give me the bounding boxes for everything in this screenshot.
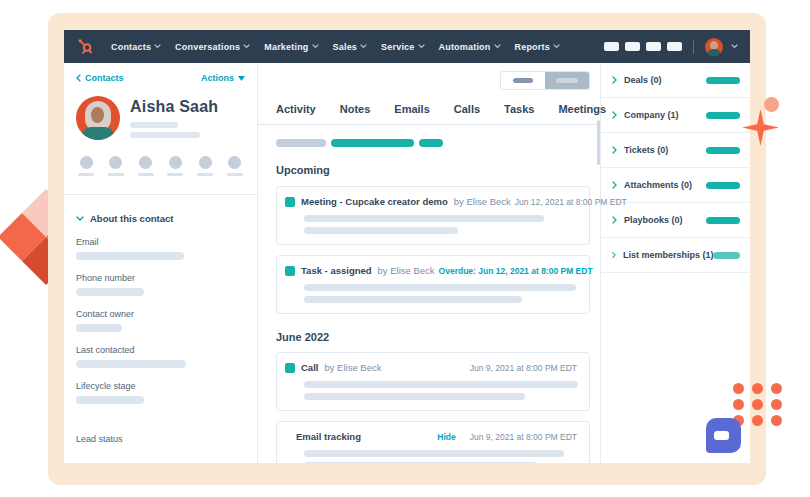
chevron-down-icon xyxy=(76,216,84,221)
nav-item-automation[interactable]: Automation xyxy=(439,42,501,52)
assoc-value-placeholder xyxy=(706,77,740,84)
tab-meetings[interactable]: Meetings xyxy=(558,103,606,115)
chat-bubble-icon xyxy=(714,431,729,440)
top-nav: Contacts Conversations Marketing Sales xyxy=(64,30,750,63)
quick-action-placeholder[interactable] xyxy=(167,156,183,176)
hide-link[interactable]: Hide xyxy=(437,432,455,442)
toggle-label-placeholder xyxy=(513,78,533,83)
action-icon xyxy=(80,156,93,169)
nav-item-service[interactable]: Service xyxy=(381,42,424,52)
chat-widget-button[interactable] xyxy=(706,418,741,453)
about-heading: About this contact xyxy=(90,213,173,224)
field-label: Email xyxy=(76,237,245,247)
avatar-graphic xyxy=(91,107,104,123)
toggle-option-left[interactable] xyxy=(501,72,545,89)
nav-item-label: Conversations xyxy=(175,42,240,52)
assoc-value-placeholder xyxy=(706,147,740,154)
nav-item-label: Automation xyxy=(439,42,491,52)
activity-card-meeting: Meeting - Cupcake creator demo by Elise … xyxy=(276,186,590,245)
field-label: Last contacted xyxy=(76,345,245,355)
tab-activity[interactable]: Activity xyxy=(276,103,316,115)
nav-menu: Contacts Conversations Marketing Sales xyxy=(111,42,560,52)
filter-pill-placeholder xyxy=(276,139,326,147)
timeline-tabs: Activity Notes Emails Calls Tasks Meetin… xyxy=(258,103,600,125)
back-to-contacts-link[interactable]: Contacts xyxy=(76,73,124,83)
view-toggle-row xyxy=(276,71,590,90)
nav-item-sales[interactable]: Sales xyxy=(333,42,368,52)
quick-actions-row xyxy=(78,156,243,176)
tab-notes[interactable]: Notes xyxy=(340,103,371,115)
chevron-down-icon xyxy=(494,44,501,49)
activity-card-task: Task - assigned by Elise Beck Overdue: J… xyxy=(276,255,590,314)
chevron-down-icon[interactable] xyxy=(731,44,738,49)
assoc-label: Tickets (0) xyxy=(624,145,668,155)
actions-dropdown-button[interactable]: Actions xyxy=(201,73,245,83)
assoc-section-list-memberships[interactable]: List memberships (1) xyxy=(601,238,750,273)
view-toggle xyxy=(500,71,590,90)
nav-item-conversations[interactable]: Conversations xyxy=(175,42,250,52)
action-label-placeholder xyxy=(197,173,213,176)
quick-action-placeholder[interactable] xyxy=(197,156,213,176)
nav-item-marketing[interactable]: Marketing xyxy=(264,42,318,52)
text-placeholder xyxy=(304,450,564,457)
dot xyxy=(771,383,782,394)
hubspot-sprocket-icon[interactable] xyxy=(76,37,95,56)
nav-item-label: Reports xyxy=(515,42,550,52)
nav-utilities xyxy=(604,38,738,56)
card-title: Meeting - Cupcake creator demo xyxy=(301,196,448,207)
field-phone: Phone number xyxy=(76,273,245,296)
nav-item-label: Service xyxy=(381,42,414,52)
chevron-down-icon xyxy=(312,44,319,49)
tab-calls[interactable]: Calls xyxy=(454,103,480,115)
associations-sidebar: Deals (0) Company (1) Tickets (0) xyxy=(600,63,750,463)
text-placeholder xyxy=(304,296,522,303)
activity-timeline: Activity Notes Emails Calls Tasks Meetin… xyxy=(258,63,600,463)
call-icon xyxy=(285,363,295,373)
text-placeholder xyxy=(304,227,458,234)
card-title: Email tracking xyxy=(296,431,361,442)
quick-action-placeholder[interactable] xyxy=(227,156,243,176)
assoc-label: Attachments (0) xyxy=(624,180,692,190)
field-value-placeholder xyxy=(76,396,144,404)
scrollbar-thumb[interactable] xyxy=(597,120,600,165)
nav-icon-placeholder[interactable] xyxy=(646,42,661,51)
assoc-section-company[interactable]: Company (1) xyxy=(601,98,750,133)
dots-grid-decoration xyxy=(733,383,782,426)
card-title: Call xyxy=(301,362,318,373)
filter-pill-placeholder xyxy=(331,139,414,147)
field-owner: Contact owner xyxy=(76,309,245,332)
caret-down-icon xyxy=(238,76,245,81)
field-value-placeholder xyxy=(76,288,144,296)
field-lifecycle: Lifecycle stage xyxy=(76,381,245,404)
contact-name: Aisha Saah xyxy=(130,98,218,116)
card-header: Email tracking Hide Jun 9, 2021 at 8:00 … xyxy=(285,431,577,442)
action-icon xyxy=(199,156,212,169)
assoc-value-placeholder xyxy=(706,217,740,224)
timeline-section-heading: Upcoming xyxy=(276,164,590,176)
nav-item-reports[interactable]: Reports xyxy=(515,42,560,52)
assoc-label: Playbooks (0) xyxy=(624,215,683,225)
toggle-option-right[interactable] xyxy=(545,72,589,89)
filter-pill-placeholder xyxy=(419,139,443,147)
dot xyxy=(771,415,782,426)
actions-label: Actions xyxy=(201,73,234,83)
tab-tasks[interactable]: Tasks xyxy=(504,103,534,115)
about-contact-toggle[interactable]: About this contact xyxy=(76,213,245,224)
quick-action-placeholder[interactable] xyxy=(108,156,124,176)
field-lead-status: Lead status xyxy=(76,434,245,444)
assoc-section-tickets[interactable]: Tickets (0) xyxy=(601,133,750,168)
nav-item-contacts[interactable]: Contacts xyxy=(111,42,161,52)
quick-action-placeholder[interactable] xyxy=(138,156,154,176)
field-last-contacted: Last contacted xyxy=(76,345,245,368)
tab-emails[interactable]: Emails xyxy=(394,103,429,115)
contact-avatar xyxy=(76,96,120,140)
assoc-section-deals[interactable]: Deals (0) xyxy=(601,63,750,98)
nav-icon-placeholder[interactable] xyxy=(625,42,640,51)
nav-item-label: Contacts xyxy=(111,42,151,52)
assoc-section-playbooks[interactable]: Playbooks (0) xyxy=(601,203,750,238)
nav-icon-placeholder[interactable] xyxy=(604,42,619,51)
quick-action-placeholder[interactable] xyxy=(78,156,94,176)
field-label: Lifecycle stage xyxy=(76,381,245,391)
user-avatar[interactable] xyxy=(705,38,723,56)
nav-icon-placeholder[interactable] xyxy=(667,42,682,51)
